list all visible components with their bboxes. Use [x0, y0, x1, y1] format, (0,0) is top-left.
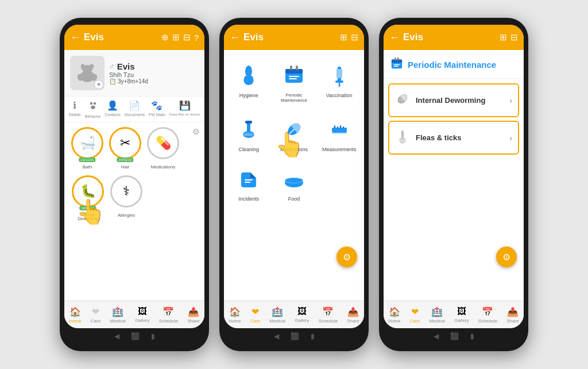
details-icon: ℹ [73, 100, 76, 111]
hair-date: 16/01/22 [117, 157, 133, 162]
svg-rect-31 [337, 126, 338, 128]
svg-point-22 [243, 133, 254, 136]
periodic-icon [279, 60, 309, 90]
bath-label: Bath [83, 164, 92, 170]
pm-header-icon [390, 57, 403, 72]
nav-care[interactable]: ❤ Care [91, 306, 100, 324]
cat-periodic[interactable]: PeriodicMaintenance [272, 55, 317, 109]
pm-list: Internal Deworming › Fleas & ticks [384, 79, 524, 163]
svg-rect-35 [245, 179, 253, 180]
cat-food[interactable]: Food [272, 158, 317, 207]
add-icon[interactable]: ⊕ [161, 32, 169, 43]
svg-rect-29 [332, 128, 347, 132]
nav-medical[interactable]: 🏥 Medical [110, 306, 126, 324]
nav-schedule[interactable]: 📅 Schedule [159, 306, 178, 324]
home-icon: 🏠 [69, 306, 81, 317]
deworming-care[interactable]: 🐛 18/03/22 Internal Deworming [71, 175, 105, 221]
nav-care-3[interactable]: ❤ Care [410, 306, 420, 324]
svg-rect-12 [289, 76, 299, 77]
allergies-care[interactable]: ⚕ Allergies [110, 175, 142, 221]
pm-item-fleas[interactable]: Fleas & ticks › [388, 121, 519, 155]
back-hw-btn-2[interactable]: ◀ [274, 332, 279, 340]
bath-care[interactable]: 🛁 23/11/21 Bath [71, 127, 103, 170]
svg-point-39 [286, 178, 302, 183]
nav-gallery-2[interactable]: 🖼 Gallery [295, 306, 309, 323]
deworming-item-icon [395, 91, 410, 109]
fleas-chevron: › [509, 133, 512, 143]
fab-button-3[interactable]: ⚙ [496, 247, 517, 267]
svg-rect-23 [245, 121, 252, 124]
toolbar-icons-3: ⊞ ⊟ [500, 32, 518, 43]
medications-care[interactable]: 💊 Medications [147, 127, 179, 170]
nav-home-3[interactable]: 🏠 Home [388, 306, 400, 324]
details-action[interactable]: ℹ Details [68, 100, 80, 118]
cat-medications[interactable]: Medications [272, 109, 317, 158]
fleas-item-icon [395, 129, 410, 147]
cat-incidents[interactable]: Incidents [226, 158, 272, 207]
nav-home-2[interactable]: 🏠 Home [229, 306, 241, 324]
recent-hw-btn-2[interactable]: ▮ [311, 332, 315, 340]
keepfiles-action[interactable]: 💾 Keep files on device [169, 100, 200, 118]
nav-gallery-3[interactable]: 🖼 Gallery [454, 306, 469, 323]
home-icon-2: 🏠 [229, 306, 241, 317]
nav-share-3[interactable]: 📤 Share [506, 306, 519, 324]
back-button-2[interactable]: ← [230, 32, 240, 44]
nav-share[interactable]: 📤 Share [187, 306, 199, 324]
contacts-action[interactable]: 👤 Contacts [105, 100, 121, 118]
help-icon[interactable]: ? [194, 33, 199, 43]
back-hw-btn[interactable]: ◀ [114, 332, 119, 340]
fleas-item-label: Fleas & ticks [416, 133, 504, 142]
nav-schedule-3[interactable]: 📅 Schedule [478, 306, 497, 324]
nav-medical-2[interactable]: 🏥 Medical [269, 306, 285, 324]
phone-3: ← Evis ⊞ ⊟ [379, 18, 528, 351]
recent-hw-btn[interactable]: ▮ [151, 332, 155, 340]
list-icon[interactable]: ⊟ [183, 32, 191, 43]
gallery-icon: 🖼 [138, 306, 147, 317]
nav-care-2[interactable]: ❤ Care [250, 306, 260, 324]
phone-1-hardware: ◀ ⬛ ▮ [64, 328, 204, 344]
pm-item-deworming[interactable]: Internal Deworming › [388, 83, 519, 117]
svg-rect-33 [343, 126, 344, 128]
home-hw-btn-3[interactable]: ⬛ [450, 332, 459, 340]
nav-schedule-2[interactable]: 📅 Schedule [319, 306, 338, 324]
recent-hw-btn-3[interactable]: ▮ [470, 332, 474, 340]
back-button-3[interactable]: ← [389, 32, 400, 44]
home-hw-btn-2[interactable]: ⬛ [291, 332, 299, 340]
medications-circle: 💊 [147, 127, 179, 159]
nav-medical-3[interactable]: 🏥 Medical [429, 306, 445, 324]
nav-home[interactable]: 🏠 Home [69, 306, 81, 324]
settings-gear-icon[interactable]: ⚙ [192, 127, 200, 136]
gallery-icon-2: 🖼 [297, 306, 307, 317]
contacts-icon: 👤 [107, 100, 118, 111]
petstate-action[interactable]: 🐾 Pet State [149, 100, 165, 118]
nav-share-2[interactable]: 📤 Share [347, 306, 359, 324]
medical-icon-2: 🏥 [272, 306, 283, 317]
deworming-item-label: Internal Deworming [416, 96, 504, 105]
cat-vaccination[interactable]: Vaccination [316, 55, 362, 109]
nav-gallery[interactable]: 🖼 Gallery [135, 306, 149, 323]
grid-icon-3[interactable]: ⊞ [500, 32, 507, 43]
add-pet-button[interactable]: + [94, 80, 103, 89]
phone-1-topbar: ← Evis ⊕ ⊞ ⊟ ? [64, 25, 204, 50]
cat-measurements[interactable]: Measurements [316, 109, 362, 158]
hair-care[interactable]: ✂ 16/01/22 Hair [109, 127, 141, 170]
pm-content: Periodic Maintenance [384, 50, 524, 301]
documents-action[interactable]: 📄 Documents [125, 100, 145, 118]
list-icon-2[interactable]: ⊟ [351, 32, 358, 43]
incidents-icon [234, 164, 264, 194]
grid-icon[interactable]: ⊞ [172, 32, 180, 43]
grid-icon-2[interactable]: ⊞ [340, 32, 347, 43]
back-hw-btn-3[interactable]: ◀ [434, 332, 439, 340]
svg-rect-36 [245, 182, 250, 183]
phone-3-screen: ← Evis ⊞ ⊟ [384, 25, 524, 328]
back-button[interactable]: ← [70, 32, 80, 44]
fab-button-2[interactable]: ⚙ [336, 247, 357, 267]
cat-hygiene[interactable]: Hygiene [226, 55, 272, 109]
pm-title: Periodic Maintenance [408, 60, 496, 70]
measurements-icon [324, 114, 354, 144]
behavior-action[interactable]: Behavior [85, 100, 101, 118]
list-icon-3[interactable]: ⊟ [510, 32, 518, 43]
cat-cleaning[interactable]: Cleaning [226, 109, 272, 158]
home-hw-btn[interactable]: ⬛ [131, 332, 140, 340]
schedule-icon: 📅 [163, 306, 174, 317]
